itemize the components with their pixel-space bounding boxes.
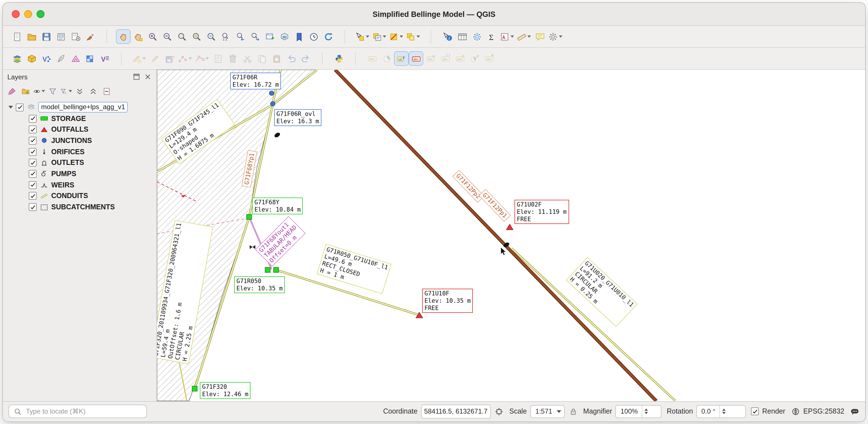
minimize-window-button[interactable] — [24, 10, 32, 18]
zoom-last-button[interactable] — [233, 29, 248, 44]
log-messages-icon[interactable] — [849, 406, 860, 416]
project-save-button[interactable] — [39, 29, 54, 44]
layer-checkbox[interactable] — [29, 148, 37, 156]
extent-tracking-icon[interactable] — [494, 406, 504, 416]
zoom-out-button[interactable] — [160, 29, 175, 44]
open-attribute-table-button[interactable] — [455, 29, 469, 44]
layer-checkbox[interactable] — [29, 137, 37, 144]
zoom-to-selection-button[interactable] — [189, 29, 204, 44]
zoom-next-button[interactable] — [248, 29, 262, 44]
open-layer-styling-button[interactable] — [6, 85, 18, 97]
show-map-tips-button[interactable] — [532, 29, 547, 44]
new-print-layout-button[interactable] — [54, 29, 68, 44]
zoom-to-layer-button[interactable] — [204, 29, 218, 44]
add-virtual-layer-button[interactable]: V — [97, 51, 112, 66]
layer-item-orifices[interactable]: ORIFICES — [3, 146, 156, 157]
style-manager-button[interactable] — [83, 29, 97, 44]
zoom-native-resolution-button[interactable]: 1:1 — [218, 29, 233, 44]
map-label-G71F06R_ovl: G71F06R_ovlElev: 16.3 m — [274, 109, 321, 126]
dropdown-caret-icon — [416, 35, 420, 38]
coordinate-input[interactable] — [421, 404, 491, 418]
collapse-all-button[interactable] — [87, 85, 99, 97]
select-by-value-button[interactable] — [371, 29, 388, 44]
statistical-summary-button[interactable]: Σ — [484, 29, 499, 44]
layer-checkbox[interactable] — [29, 126, 37, 133]
layer-item-junctions[interactable]: JUNCTIONS — [3, 135, 156, 146]
temporal-controller-button[interactable] — [306, 29, 321, 44]
layer-checkbox[interactable] — [29, 170, 37, 178]
layer-item-outlets[interactable]: OUTLETS — [3, 157, 156, 168]
crs-group[interactable]: EPSG:25832 — [790, 406, 844, 416]
python-console-button[interactable] — [332, 51, 346, 66]
annotation-tools-button[interactable] — [499, 29, 516, 44]
project-open-button[interactable] — [24, 29, 39, 44]
show-layout-manager-button[interactable] — [68, 29, 83, 44]
layer-checkbox[interactable] — [29, 192, 37, 200]
dropdown-caret-icon — [189, 57, 192, 60]
add-raster-layer-button[interactable] — [83, 51, 97, 66]
rotation-value: 0.0 ° — [702, 407, 715, 415]
magnifier-stepper[interactable] — [642, 405, 650, 417]
pan-map-button[interactable] — [116, 29, 131, 44]
svg-text:abc: abc — [428, 57, 433, 61]
group-checkbox[interactable] — [16, 103, 24, 111]
new-geopackage-layer-button[interactable] — [24, 51, 39, 66]
layer-item-conduits[interactable]: CONDUITS — [3, 191, 156, 201]
select-all-features-button[interactable] — [405, 29, 422, 44]
new-shapefile-layer-button[interactable] — [54, 51, 68, 66]
add-mesh-layer-button[interactable] — [68, 51, 83, 66]
expand-all-button[interactable] — [74, 85, 86, 97]
magnifier-spinbox[interactable]: 100% — [616, 405, 662, 418]
deselect-features-button[interactable] — [388, 29, 405, 44]
measure-button[interactable] — [516, 29, 532, 44]
layer-checkbox[interactable] — [29, 203, 37, 211]
group-name[interactable]: model_bellinge+lps_agg_v1 — [38, 102, 128, 113]
select-features-button[interactable] — [354, 29, 371, 44]
layer-item-subcatchments[interactable]: SUBCATCHMENTS — [3, 201, 156, 213]
manage-map-themes-button[interactable] — [33, 85, 45, 97]
rotation-group: Rotation 0.0 ° — [667, 405, 746, 418]
add-group-button[interactable] — [20, 85, 32, 97]
refresh-map-button[interactable] — [321, 29, 336, 44]
highlight-pinned-labels-button[interactable]: abc — [409, 51, 423, 66]
search-options-button[interactable] — [547, 29, 564, 44]
map-canvas[interactable]: G71F06RElev: 16.72 mG71F06R_ovlElev: 16.… — [157, 70, 865, 401]
open-data-source-manager-button[interactable] — [9, 51, 24, 66]
close-panel-button[interactable] — [143, 72, 152, 81]
show-spatial-bookmarks-button[interactable] — [291, 29, 306, 44]
zoom-in-button[interactable] — [145, 29, 160, 44]
locator-search[interactable] — [8, 404, 147, 418]
filter-legend-button[interactable] — [47, 85, 59, 97]
close-window-button[interactable] — [12, 10, 20, 18]
layer-checkbox[interactable] — [29, 181, 37, 189]
layer-name: SUBCATCHMENTS — [51, 203, 115, 211]
new-3d-map-view-button[interactable]: 3D — [277, 29, 291, 44]
project-new-button[interactable] — [9, 29, 24, 44]
new-map-view-button[interactable] — [262, 29, 277, 44]
fullscreen-window-button[interactable] — [37, 10, 44, 18]
layer-item-storage[interactable]: STORAGE — [3, 113, 156, 124]
processing-toolbox-button[interactable] — [469, 29, 484, 44]
expand-collapse-icon[interactable] — [8, 106, 13, 109]
scale-combo[interactable]: 1:571 — [530, 405, 565, 418]
pin-labels-button[interactable]: ab — [394, 51, 409, 66]
layer-checkbox[interactable] — [29, 159, 37, 167]
zoom-full-extent-button[interactable] — [175, 29, 189, 44]
layer-checkbox[interactable] — [29, 115, 37, 122]
layer-item-weirs[interactable]: WEIRS — [3, 180, 156, 191]
layer-group-row[interactable]: model_bellinge+lps_agg_v1 — [3, 102, 156, 113]
new-vector-layer-button[interactable]: V — [39, 51, 54, 66]
rotation-spinbox[interactable]: 0.0 ° — [696, 405, 746, 418]
remove-layer-button[interactable] — [101, 85, 113, 97]
layer-item-outfalls[interactable]: OUTFALLS — [3, 124, 156, 135]
lock-scale-icon[interactable] — [568, 406, 578, 416]
pan-to-selection-button[interactable] — [131, 29, 145, 44]
render-checkbox[interactable] — [751, 407, 759, 415]
float-panel-button[interactable] — [132, 72, 141, 81]
filter-by-expression-button[interactable]: ε — [60, 85, 72, 97]
locator-input[interactable] — [25, 407, 143, 416]
magnifier-value: 100% — [621, 407, 638, 415]
identify-features-button[interactable]: i — [440, 29, 455, 44]
layer-item-pumps[interactable]: PUMPS — [3, 168, 156, 179]
rotation-stepper[interactable] — [719, 405, 728, 417]
